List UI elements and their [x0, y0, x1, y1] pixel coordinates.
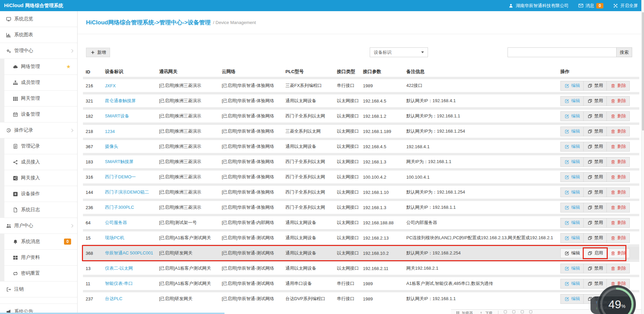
delete-button[interactable]: 删除: [607, 96, 630, 106]
extension-button-4[interactable]: [529, 310, 532, 313]
edit-button[interactable]: 编辑: [560, 187, 584, 197]
edit-button[interactable]: 编辑: [560, 111, 584, 121]
toggle-enable-button[interactable]: 启用: [584, 248, 607, 258]
toggle-enable-button[interactable]: 禁用: [584, 172, 607, 182]
delete-button[interactable]: 删除: [607, 233, 630, 243]
device-name-link[interactable]: 现场PC机: [105, 235, 124, 240]
sidebar-item-system-overview[interactable]: 系统总览: [0, 11, 77, 27]
device-name-link[interactable]: SMART设备: [105, 113, 129, 118]
device-name-link[interactable]: 1234: [105, 129, 115, 134]
edit-button[interactable]: 编辑: [560, 142, 584, 152]
edit-button[interactable]: 编辑: [560, 127, 584, 136]
edit-button[interactable]: 编辑: [560, 203, 584, 212]
edit-button[interactable]: 编辑: [560, 157, 584, 167]
toggle-enable-button[interactable]: 禁用: [584, 233, 607, 243]
device-name-link[interactable]: 华辰智通AC 500PLC001: [105, 250, 153, 255]
sidebar-item-device-operations[interactable]: 设备操作: [0, 186, 77, 202]
sidebar-item-system-messages[interactable]: 系统消息 0: [0, 234, 77, 250]
device-name-link[interactable]: 西门子DEMO一: [105, 174, 136, 179]
cloud-network-cell: [已启用]华辰智通-体验网络: [222, 189, 285, 195]
sidebar-item-logout[interactable]: 注销: [0, 282, 77, 297]
delete-button[interactable]: 删除: [607, 142, 630, 152]
device-name-link[interactable]: 摄像头: [105, 144, 118, 149]
fullscreen-button[interactable]: 开启全屏: [613, 3, 638, 9]
edit-button[interactable]: 编辑: [560, 172, 584, 182]
delete-button[interactable]: 删除: [607, 81, 630, 91]
device-id: 368: [83, 251, 105, 256]
vertical-scrollbar[interactable]: [641, 0, 644, 314]
device-name-link[interactable]: 公司服务器: [105, 220, 127, 225]
sidebar-item-management-center[interactable]: 管理中心: [0, 43, 77, 59]
device-name-link[interactable]: 仪表二-以太网: [105, 266, 133, 271]
device-name-link[interactable]: 台达PLC: [105, 296, 122, 301]
plus-icon: [90, 50, 95, 55]
sidebar-item-network-management[interactable]: 网络管理 ★: [0, 59, 77, 75]
extension-button-1[interactable]: [504, 310, 507, 313]
search-input[interactable]: [508, 47, 617, 57]
filter-select[interactable]: 设备标识: [370, 47, 428, 57]
note-cell: 默认网关IP为：192.168.1.254: [406, 128, 560, 134]
device-name-link[interactable]: 昆仑通泰触摸屏: [105, 98, 136, 103]
account-menu[interactable]: 湖南华辰智通科技有限公司: [508, 3, 568, 9]
edit-button[interactable]: 编辑: [560, 264, 584, 273]
delete-button[interactable]: 删除: [607, 248, 630, 258]
sidebar-item-password-reset[interactable]: 密码重置: [0, 266, 77, 282]
delete-button[interactable]: 删除: [607, 172, 630, 182]
toggle-enable-button[interactable]: 禁用: [584, 264, 607, 273]
sidebar-item-user-center[interactable]: 用户中心: [0, 218, 77, 234]
device-table: ID 设备标识 通讯网关 云网络 PLC型号 接口类型 接口参数 备注信息 操作…: [83, 67, 639, 305]
delete-button[interactable]: 删除: [607, 203, 630, 212]
edit-button[interactable]: 编辑: [560, 96, 584, 106]
edit-button[interactable]: 编辑: [560, 218, 584, 228]
toggle-enable-button[interactable]: 禁用: [584, 96, 607, 106]
sidebar-item-operation-records[interactable]: 操作记录: [0, 122, 77, 138]
delete-button[interactable]: 删除: [607, 111, 630, 121]
toggle-enable-button[interactable]: 禁用: [584, 142, 607, 152]
edit-button[interactable]: 编辑: [560, 81, 584, 91]
sidebar-item-gateway-management[interactable]: 网关管理: [0, 91, 77, 107]
download-tool[interactable]: 下载: [478, 310, 493, 314]
sidebar-item-device-management[interactable]: 设备管理: [0, 107, 77, 122]
delete-button[interactable]: 删除: [607, 127, 630, 136]
extension-button-2[interactable]: [512, 310, 515, 313]
delete-button[interactable]: 删除: [607, 187, 630, 197]
extension-button-3[interactable]: [521, 310, 524, 313]
sidebar-item-user-profile[interactable]: 用户资料: [0, 250, 77, 266]
add-button[interactable]: 新增: [86, 48, 110, 57]
delete-button[interactable]: 删除: [607, 157, 630, 167]
sidebar-item-system-logs[interactable]: 系统日志: [0, 202, 77, 218]
sidebar-item-gateway-access[interactable]: 网关接入: [0, 170, 77, 186]
download-label: 下载: [485, 311, 493, 314]
table-body: 216 JXFX [已启用]株洲三菱演示 [已启用]华辰智通-体验网络 三菱FX…: [83, 77, 639, 305]
toggle-enable-button[interactable]: 禁用: [584, 127, 607, 136]
toggle-enable-button[interactable]: 禁用: [584, 218, 607, 228]
scrollbar-thumb[interactable]: [642, 12, 644, 131]
edit-button[interactable]: 编辑: [560, 294, 584, 304]
toggle-enable-button[interactable]: 禁用: [584, 203, 607, 212]
toggle-enable-button[interactable]: 禁用: [584, 187, 607, 197]
edit-button[interactable]: 编辑: [560, 248, 584, 258]
toggle-button-label: 禁用: [594, 159, 603, 165]
status-strip: [0, 313, 224, 314]
loader-tool[interactable]: 加载器: [455, 310, 473, 314]
device-name-link[interactable]: 西门子300PLC: [105, 205, 134, 210]
sidebar-item-member-management[interactable]: 成员管理: [0, 75, 77, 91]
delete-button[interactable]: 删除: [607, 264, 630, 273]
device-name-link[interactable]: JXFX: [105, 83, 116, 88]
sidebar-item-member-access[interactable]: 成员接入: [0, 154, 77, 170]
toggle-enable-button[interactable]: 禁用: [584, 81, 607, 91]
device-name-link[interactable]: SMART触摸屏: [105, 159, 133, 164]
pencil-square-icon: [564, 174, 570, 180]
toggle-enable-button[interactable]: 禁用: [584, 157, 607, 167]
device-name-link[interactable]: 智能仪表-串口: [105, 281, 133, 286]
search-button[interactable]: 搜索: [617, 47, 632, 57]
device-name-link[interactable]: 西门子演示DEMO箱二: [105, 189, 149, 195]
edit-button[interactable]: 编辑: [560, 279, 584, 289]
messages-menu[interactable]: 消息 0: [578, 3, 603, 9]
memory-usage-widget[interactable]: 49 %: [598, 285, 636, 314]
sidebar-item-system-charts[interactable]: 系统图表: [0, 27, 77, 43]
edit-button[interactable]: 编辑: [560, 233, 584, 243]
sidebar-item-management-records[interactable]: 管理记录: [0, 138, 77, 154]
toggle-enable-button[interactable]: 禁用: [584, 111, 607, 121]
delete-button[interactable]: 删除: [607, 218, 630, 228]
